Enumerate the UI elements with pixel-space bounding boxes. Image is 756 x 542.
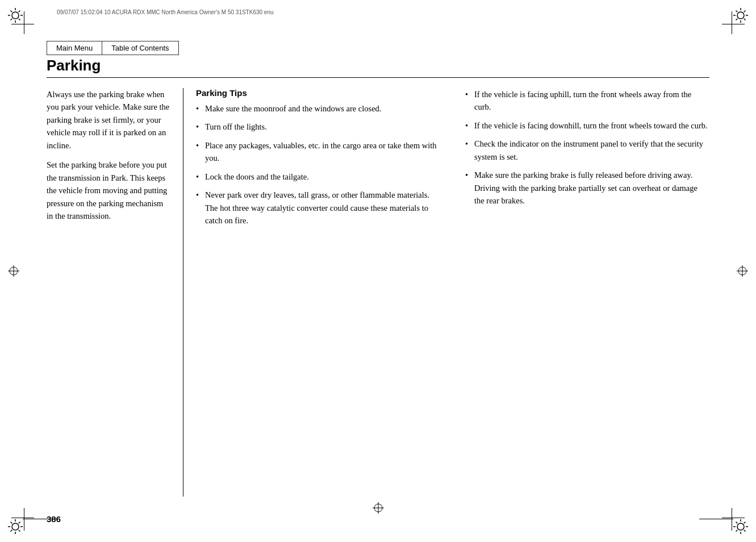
crop-mark-bl-v bbox=[24, 508, 24, 531]
parking-tips-heading: Parking Tips bbox=[196, 88, 440, 98]
svg-line-26 bbox=[11, 530, 12, 532]
reg-mark-right bbox=[737, 265, 748, 277]
page-title: Parking bbox=[47, 57, 101, 74]
svg-line-7 bbox=[19, 11, 20, 12]
svg-line-33 bbox=[744, 530, 746, 532]
main-menu-button[interactable]: Main Menu bbox=[47, 41, 102, 55]
left-paragraph-2: Set the parking brake before you put the… bbox=[47, 159, 172, 222]
bottom-line-right bbox=[699, 519, 733, 519]
crop-mark-tr-h bbox=[722, 24, 745, 24]
left-paragraph-1: Always use the parking brake when you pa… bbox=[47, 88, 172, 152]
svg-line-25 bbox=[19, 522, 20, 524]
nav-buttons: Main Menu Table of Contents bbox=[47, 41, 179, 55]
corner-icon-tl bbox=[7, 7, 24, 24]
svg-line-24 bbox=[19, 530, 20, 532]
svg-point-0 bbox=[12, 12, 19, 19]
svg-line-35 bbox=[736, 530, 738, 532]
list-item: Lock the doors and the tailgate. bbox=[196, 170, 440, 183]
corner-icon-tr bbox=[732, 7, 749, 24]
left-column: Always use the parking brake when you pa… bbox=[47, 88, 183, 497]
svg-line-32 bbox=[736, 522, 738, 524]
crop-mark-tl-v bbox=[24, 11, 24, 34]
corner-icon-br bbox=[732, 518, 749, 535]
middle-column: Parking Tips Make sure the moonroof and … bbox=[183, 88, 453, 497]
right-column: If the vehicle is facing uphill, turn th… bbox=[453, 88, 709, 497]
crop-mark-tl-h bbox=[11, 24, 34, 24]
list-item: Make sure the parking brake is fully rel… bbox=[465, 169, 709, 207]
svg-line-8 bbox=[11, 19, 12, 20]
title-rule bbox=[47, 77, 709, 78]
svg-line-17 bbox=[736, 19, 738, 20]
list-item: Place any packages, valuables, etc. in t… bbox=[196, 139, 440, 165]
right-tips-list: If the vehicle is facing uphill, turn th… bbox=[465, 88, 709, 207]
print-metadata: 09/07/07 15:02:04 10 ACURA RDX MMC North… bbox=[57, 9, 274, 15]
page-container: 09/07/07 15:02:04 10 ACURA RDX MMC North… bbox=[0, 0, 756, 542]
bottom-line-left bbox=[23, 519, 57, 519]
corner-icon-bl bbox=[7, 518, 24, 535]
svg-line-5 bbox=[11, 11, 12, 12]
reg-mark-bottom bbox=[373, 502, 384, 514]
list-item: Check the indicator on the instrument pa… bbox=[465, 137, 709, 163]
svg-line-34 bbox=[744, 522, 746, 524]
parking-tips-list: Make sure the moonroof and the windows a… bbox=[196, 102, 440, 227]
svg-line-15 bbox=[744, 19, 746, 20]
toc-button[interactable]: Table of Contents bbox=[102, 41, 178, 55]
list-item: Make sure the moonroof and the windows a… bbox=[196, 102, 440, 115]
list-item: Never park over dry leaves, tall grass, … bbox=[196, 189, 440, 227]
svg-point-27 bbox=[737, 523, 744, 530]
reg-mark-left bbox=[8, 265, 19, 277]
svg-line-23 bbox=[11, 522, 12, 524]
svg-point-18 bbox=[12, 523, 19, 530]
svg-line-16 bbox=[744, 11, 746, 12]
svg-point-9 bbox=[737, 12, 744, 19]
list-item: If the vehicle is facing uphill, turn th… bbox=[465, 88, 709, 114]
content-area: Always use the parking brake when you pa… bbox=[47, 88, 709, 497]
list-item: Turn off the lights. bbox=[196, 120, 440, 133]
svg-line-6 bbox=[19, 19, 20, 20]
svg-line-14 bbox=[736, 11, 738, 12]
list-item: If the vehicle is facing downhill, turn … bbox=[465, 119, 709, 132]
